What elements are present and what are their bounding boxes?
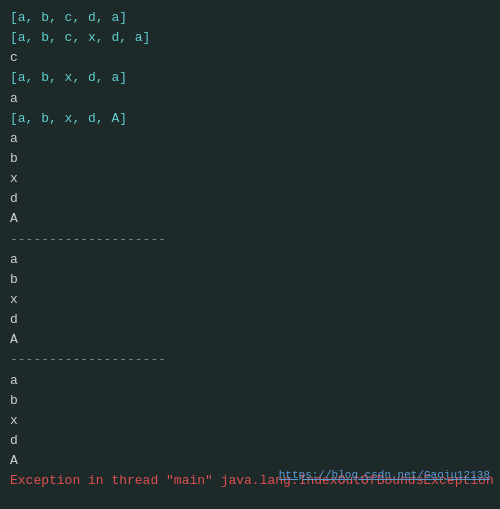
output-line: d [10, 189, 490, 209]
output-line: d [10, 310, 490, 330]
output-line: b [10, 391, 490, 411]
output-line: a [10, 129, 490, 149]
output-line: A [10, 209, 490, 229]
output-line: [a, b, x, d, a] [10, 68, 490, 88]
output-line: b [10, 149, 490, 169]
output-line: [a, b, x, d, A] [10, 109, 490, 129]
output-line: a [10, 371, 490, 391]
output-line: a [10, 89, 490, 109]
output-line: [a, b, c, x, d, a] [10, 28, 490, 48]
output-line: x [10, 169, 490, 189]
terminal-output: [a, b, c, d, a][a, b, c, x, d, a]c[a, b,… [0, 0, 500, 509]
output-line: A [10, 330, 490, 350]
output-line: -------------------- [10, 350, 490, 370]
output-lines: [a, b, c, d, a][a, b, c, x, d, a]c[a, b,… [10, 8, 490, 471]
output-line: -------------------- [10, 230, 490, 250]
output-line: x [10, 290, 490, 310]
watermark: https://blog.csdn.net/Gaoju12138 [279, 469, 490, 481]
output-line: b [10, 270, 490, 290]
output-line: x [10, 411, 490, 431]
output-line: c [10, 48, 490, 68]
output-line: a [10, 250, 490, 270]
output-line: d [10, 431, 490, 451]
output-line: [a, b, c, d, a] [10, 8, 490, 28]
